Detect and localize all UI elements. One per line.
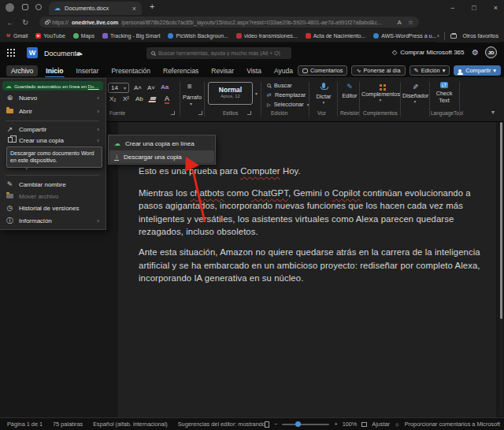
scrollbar-thumb[interactable] — [500, 122, 502, 319]
language-status[interactable]: Español (alfab. internacional) — [93, 421, 168, 428]
other-favorites-button[interactable]: Otros favoritos — [462, 33, 498, 39]
favorite-star-icon[interactable]: ☆ — [408, 19, 413, 26]
zoom-slider-thumb[interactable] — [295, 421, 301, 427]
zoom-in-icon[interactable]: + — [334, 421, 337, 428]
document-text[interactable]: Esto es una prueba para Computer Hoy. Mi… — [139, 165, 487, 294]
bookmark-maps[interactable]: Maps — [73, 33, 94, 39]
share-button[interactable]: Compartir▾ — [454, 65, 501, 76]
parrafo-button[interactable]: Párrafo — [181, 94, 203, 101]
word-logo[interactable]: W — [27, 47, 38, 58]
catch-up-button[interactable]: ∿Ponerse al día — [351, 65, 405, 76]
zoom-level[interactable]: 100% — [343, 421, 358, 428]
tab-archivo[interactable]: Archivo — [6, 65, 38, 76]
bookmark-youtube[interactable]: ▸YouTube — [35, 33, 65, 39]
tab-inicio[interactable]: Inicio — [41, 65, 68, 76]
grow-font-icon[interactable]: A˄ — [134, 84, 142, 91]
tab-vista[interactable]: Vista — [242, 65, 266, 76]
fit-page-icon[interactable] — [361, 422, 367, 427]
zoom-slider[interactable] — [282, 424, 329, 425]
word-search-box[interactable] — [146, 47, 291, 59]
subscript-icon[interactable]: X₂ — [109, 95, 116, 102]
address-bar[interactable]: https://onedrive.live.com/personal/8f78b… — [39, 17, 419, 28]
paragraph-icon[interactable]: ≡ — [187, 82, 192, 91]
shrink-font-icon[interactable]: A˅ — [147, 84, 155, 91]
ribbon-collapse-icon[interactable]: ▾ — [491, 109, 495, 116]
word-count[interactable]: 75 palabras — [53, 421, 83, 428]
comments-button[interactable]: Comentarios — [298, 65, 347, 76]
text-effects-icon[interactable]: Aa — [161, 83, 169, 91]
account-avatar[interactable]: JD — [485, 46, 497, 58]
font-size-combo[interactable]: 14▾ — [108, 83, 129, 93]
tab-close-icon[interactable]: × — [132, 5, 136, 13]
refresh-icon[interactable]: ↻ — [22, 18, 28, 27]
editing-mode-button[interactable]: ✎Edición▾ — [410, 65, 450, 76]
submenu-item-crear-copia-en-linea[interactable]: ☁ Crear una copia en línea — [109, 137, 214, 150]
tab-ayuda[interactable]: Ayuda — [269, 65, 298, 76]
highlight-color-icon[interactable] — [150, 97, 156, 100]
fit-label[interactable]: Ajustar — [372, 421, 390, 428]
document-page[interactable]: Esto es una prueba para Computer Hoy. Mi… — [118, 122, 496, 417]
tab-presentacion[interactable]: Presentación — [106, 65, 155, 76]
misspelled-word: chatbots — [190, 188, 224, 198]
tab-revisar[interactable]: Revisar — [206, 65, 239, 76]
tab-referencias[interactable]: Referencias — [158, 65, 203, 76]
complementos-button[interactable]: Complementos ▾ — [361, 83, 399, 102]
menu-item-cambiar-nombre[interactable]: ✎Cambiar nombre — [0, 179, 105, 190]
app-launcher-icon[interactable] — [7, 49, 9, 50]
workspaces-icon[interactable] — [22, 4, 28, 10]
page-count[interactable]: Página 1 de 1 — [7, 421, 43, 428]
superscript-icon[interactable]: X² — [123, 95, 129, 102]
submenu-item-descargar-una-copia[interactable]: ↓ Descargar una copia — [109, 150, 214, 163]
browser-tab[interactable]: ☁ Documento.docx × — [49, 2, 142, 15]
fuente-dialog-launcher[interactable] — [171, 111, 175, 115]
bookmark-acta[interactable]: Acta de Nacimiento... — [306, 33, 366, 39]
misspelled-word: ChatGPT — [251, 188, 288, 198]
buy-microsoft365-button[interactable]: ◇Comprar Microsoft 365 — [392, 49, 465, 56]
style-gallery[interactable]: Normal Aptos, 12 — [208, 82, 253, 105]
tab-insertar[interactable]: Insertar — [72, 65, 104, 76]
menu-item-informacion[interactable]: ⓘInformación› — [0, 215, 105, 226]
bookmark-gmail[interactable]: MGmail — [6, 33, 28, 39]
bookmark-video[interactable]: video transmisiones... — [236, 33, 298, 39]
menu-item-crear-una-copia[interactable]: Crear una copia› — [0, 135, 105, 146]
reemplazar-button[interactable]: ⇄Reemplazar — [267, 91, 306, 98]
parrafo-dialog-launcher[interactable] — [198, 111, 202, 115]
browser-profile-icon[interactable] — [6, 3, 14, 12]
menu-item-abrir[interactable]: Abrir› — [0, 106, 105, 117]
estilos-dialog-launcher[interactable] — [247, 111, 251, 115]
disenador-button[interactable]: ✎ Diseñador ▾ — [402, 83, 428, 104]
settings-gear-icon[interactable]: ⚙ — [472, 48, 479, 57]
bookmarks-overflow-icon[interactable]: › — [437, 33, 439, 39]
window-maximize-button[interactable]: □ — [472, 4, 476, 12]
status-settings-icon[interactable]: ☼ — [395, 421, 400, 428]
editor-button[interactable]: ✎ Editor — [339, 83, 360, 99]
search-input[interactable] — [158, 50, 287, 56]
window-close-button[interactable]: × — [494, 4, 498, 12]
character-format-icon[interactable]: Ab — [135, 95, 143, 102]
bookmark-aws[interactable]: AWS-WordPress a u... — [373, 33, 436, 39]
page-view-icon[interactable] — [265, 421, 269, 428]
buscar-button[interactable]: Buscar — [267, 82, 292, 89]
bookmark-picwish[interactable]: PicWish Backgroun... — [168, 33, 228, 39]
tab-actions-icon[interactable] — [35, 4, 42, 10]
menu-item-compartir[interactable]: ↗Compartir› — [0, 124, 105, 135]
menu-item-nuevo[interactable]: ⊕Nuevo› — [0, 92, 105, 103]
seleccionar-button[interactable]: ▷Seleccionar▾ — [267, 101, 309, 108]
check-text-button[interactable]: LT Check Text — [432, 81, 457, 104]
menu-item-historial-de-versiones[interactable]: ◷Historial de versiones — [0, 202, 105, 213]
styles-more-icon[interactable]: ▾ — [255, 91, 258, 96]
editor-suggestions-status[interactable]: Sugerencias del editor: mostrando — [178, 421, 265, 428]
window-minimize-button[interactable]: − — [450, 4, 454, 12]
read-aloud-icon[interactable]: A — [397, 19, 401, 26]
group-label-edicion: Edición — [271, 110, 287, 116]
zoom-out-icon[interactable]: − — [274, 421, 277, 428]
autosave-banner[interactable]: ☁ Guardado automático en línea en Do… — [2, 81, 103, 91]
dictar-button[interactable]: Dictar ▾ — [312, 83, 335, 105]
font-color-icon[interactable]: A — [165, 95, 169, 104]
scrollbar[interactable] — [499, 122, 503, 416]
new-tab-button[interactable]: + — [150, 2, 154, 11]
back-icon[interactable]: ← — [6, 18, 14, 27]
autosave-location-link[interactable]: Do… — [88, 83, 99, 89]
feedback-link[interactable]: Proporcionar comentarios a Microsoft — [405, 421, 500, 428]
bookmark-tracking[interactable]: Tracking - Big Smart — [102, 33, 161, 39]
